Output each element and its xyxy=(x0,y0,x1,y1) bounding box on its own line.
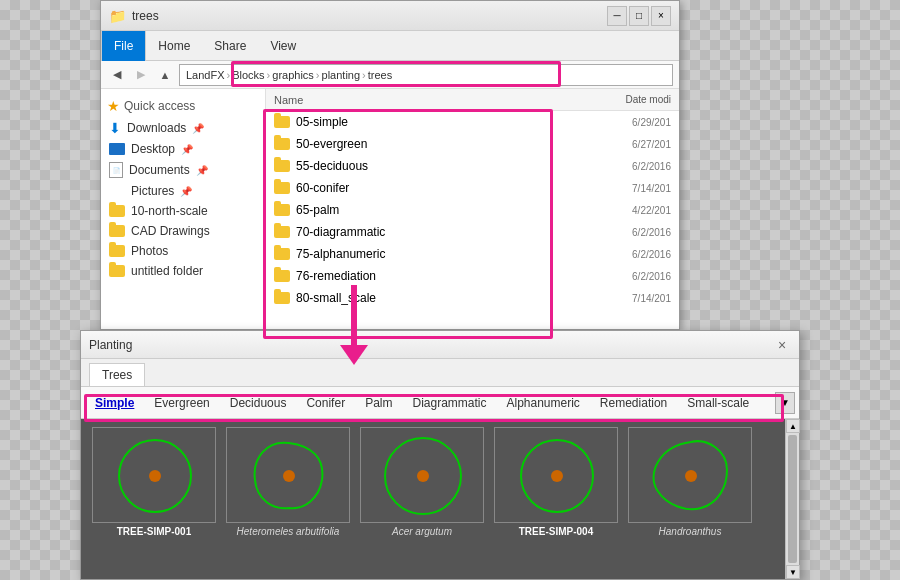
table-row[interactable]: 80-small_scale 7/14/201 xyxy=(266,287,679,309)
path-planting: planting xyxy=(322,69,361,81)
scroll-down-button[interactable]: ▼ xyxy=(786,565,800,579)
cat-tab-alphanumeric[interactable]: Alphanumeric xyxy=(496,392,589,414)
sidebar-label-untitled: untitled folder xyxy=(131,264,203,278)
svg-point-10 xyxy=(551,470,563,482)
table-row[interactable]: 76-remediation 6/2/2016 xyxy=(266,265,679,287)
sidebar-label-downloads: Downloads xyxy=(127,121,186,135)
back-button[interactable]: ◀ xyxy=(107,65,127,85)
thumbnail-item-2[interactable]: Acer argutum xyxy=(357,427,487,571)
sidebar-item-untitled[interactable]: untitled folder xyxy=(101,261,265,281)
folder-icon-northscale xyxy=(109,205,125,217)
sidebar-item-desktop[interactable]: Desktop 📌 xyxy=(101,139,265,159)
scroll-up-button[interactable]: ▲ xyxy=(786,419,800,433)
thumbnail-item-3[interactable]: TREE-SIMP-004 xyxy=(491,427,621,571)
folder-icon-photos xyxy=(109,245,125,257)
dialog-title: Planting xyxy=(89,338,132,352)
cat-tab-simple[interactable]: Simple xyxy=(85,392,144,414)
table-row[interactable]: 05-simple 6/29/201 xyxy=(266,111,679,133)
row-date-1: 6/27/201 xyxy=(591,139,671,150)
table-row[interactable]: 55-deciduous 6/2/2016 xyxy=(266,155,679,177)
cat-tab-remediation[interactable]: Remediation xyxy=(590,392,677,414)
thumbnail-item-4[interactable]: Handroanthus xyxy=(625,427,755,571)
row-date-6: 6/2/2016 xyxy=(591,249,671,260)
sidebar-item-downloads[interactable]: ⬇ Downloads 📌 xyxy=(101,117,265,139)
tree-svg-1 xyxy=(227,428,350,523)
col-header-name[interactable]: Name xyxy=(274,94,591,106)
cat-tab-palm[interactable]: Palm xyxy=(355,392,402,414)
explorer-title: trees xyxy=(132,9,159,23)
thumb-label-1: Heteromeles arbutifolia xyxy=(237,526,340,537)
quick-access-label: Quick access xyxy=(124,99,195,113)
up-button[interactable]: ▲ xyxy=(155,65,175,85)
cat-tab-diagrammatic[interactable]: Diagrammatic xyxy=(402,392,496,414)
dialog-tab-trees[interactable]: Trees xyxy=(89,363,145,386)
sidebar-item-photos[interactable]: Photos xyxy=(101,241,265,261)
sidebar-label-photos: Photos xyxy=(131,244,168,258)
ribbon-tab-file[interactable]: File xyxy=(101,31,146,61)
svg-point-7 xyxy=(417,470,429,482)
pin-icon-pictures: 📌 xyxy=(180,186,192,197)
file-list-header: Name Date modi xyxy=(266,89,679,111)
row-date-3: 7/14/201 xyxy=(591,183,671,194)
row-name-1: 50-evergreen xyxy=(296,137,585,151)
sidebar-item-pictures[interactable]: Pictures 📌 xyxy=(101,181,265,201)
category-dropdown-button[interactable]: ▼ xyxy=(775,392,795,414)
thumb-image-3 xyxy=(494,427,618,523)
thumbnails-container: TREE-SIMP-001 Heteromeles arbutifolia xyxy=(81,419,799,579)
sidebar-item-caddrawings[interactable]: CAD Drawings xyxy=(101,221,265,241)
row-folder-icon xyxy=(274,248,290,260)
explorer-titlebar: 📁 trees ─ □ × xyxy=(101,1,679,31)
download-icon: ⬇ xyxy=(109,120,121,136)
tree-svg-4 xyxy=(629,428,752,523)
thumbnail-item-1[interactable]: Heteromeles arbutifolia xyxy=(223,427,353,571)
close-button[interactable]: × xyxy=(651,6,671,26)
cat-tab-evergreen[interactable]: Evergreen xyxy=(144,392,219,414)
row-folder-icon xyxy=(274,160,290,172)
row-date-2: 6/2/2016 xyxy=(591,161,671,172)
thumb-image-1 xyxy=(226,427,350,523)
tree-svg-2 xyxy=(361,428,484,523)
col-header-date[interactable]: Date modi xyxy=(591,94,671,105)
thumb-label-0: TREE-SIMP-001 xyxy=(117,526,191,537)
table-row[interactable]: 65-palm 4/22/201 xyxy=(266,199,679,221)
quick-access-header: ★ Quick access xyxy=(101,95,265,117)
sidebar-label-documents: Documents xyxy=(129,163,190,177)
thumb-image-2 xyxy=(360,427,484,523)
thumb-image-0 xyxy=(92,427,216,523)
table-row[interactable]: 75-alphanumeric 6/2/2016 xyxy=(266,243,679,265)
ribbon-tab-view[interactable]: View xyxy=(258,31,308,60)
documents-icon: 📄 xyxy=(109,162,123,178)
sidebar-item-documents[interactable]: 📄 Documents 📌 xyxy=(101,159,265,181)
row-name-8: 80-small_scale xyxy=(296,291,585,305)
forward-button[interactable]: ▶ xyxy=(131,65,151,85)
ribbon-tab-share[interactable]: Share xyxy=(202,31,258,60)
sidebar-item-10northscale[interactable]: 10-north-scale xyxy=(101,201,265,221)
minimize-button[interactable]: ─ xyxy=(607,6,627,26)
path-graphics: graphics xyxy=(272,69,314,81)
category-row: Simple Evergreen Deciduous Conifer Palm … xyxy=(81,387,799,419)
planting-dialog: Planting × Trees Simple Evergreen Decidu… xyxy=(80,330,800,580)
folder-icon-untitled xyxy=(109,265,125,277)
dialog-close-button[interactable]: × xyxy=(773,336,791,354)
thumbnail-item-0[interactable]: TREE-SIMP-001 xyxy=(89,427,219,571)
vertical-scrollbar[interactable]: ▲ ▼ xyxy=(785,419,799,579)
folder-icon-title: 📁 xyxy=(109,8,126,24)
maximize-button[interactable]: □ xyxy=(629,6,649,26)
explorer-body: ★ Quick access ⬇ Downloads 📌 Desktop 📌 📄… xyxy=(101,89,679,329)
ribbon-tab-home[interactable]: Home xyxy=(146,31,202,60)
sidebar: ★ Quick access ⬇ Downloads 📌 Desktop 📌 📄… xyxy=(101,89,266,329)
cat-tab-deciduous[interactable]: Deciduous xyxy=(220,392,297,414)
table-row[interactable]: 60-conifer 7/14/201 xyxy=(266,177,679,199)
tree-svg-0 xyxy=(93,428,216,523)
cat-tab-smallscale[interactable]: Small-scale xyxy=(677,392,759,414)
row-folder-icon xyxy=(274,292,290,304)
row-folder-icon xyxy=(274,226,290,238)
address-path[interactable]: LandFX › Blocks › graphics › planting › … xyxy=(179,64,673,86)
dialog-titlebar: Planting × xyxy=(81,331,799,359)
dialog-tabs: Trees xyxy=(81,359,799,387)
thumb-label-4: Handroanthus xyxy=(659,526,722,537)
cat-tab-conifer[interactable]: Conifer xyxy=(296,392,355,414)
scroll-thumb[interactable] xyxy=(788,435,797,563)
table-row[interactable]: 70-diagrammatic 6/2/2016 xyxy=(266,221,679,243)
table-row[interactable]: 50-evergreen 6/27/201 xyxy=(266,133,679,155)
